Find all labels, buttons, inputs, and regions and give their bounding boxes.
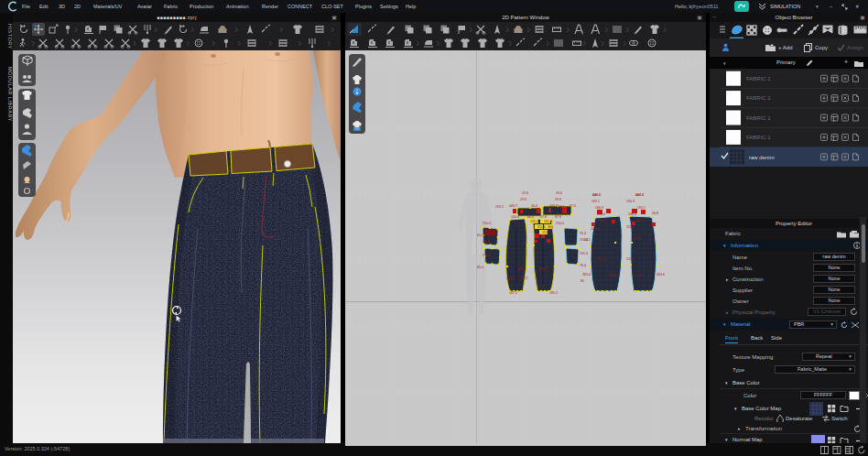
svg-text:FABRIC 1: FABRIC 1 <box>746 115 771 121</box>
svg-text:37.6: 37.6 <box>570 204 576 208</box>
svg-text:19.6: 19.6 <box>556 191 562 195</box>
svg-text:87.8: 87.8 <box>555 215 561 219</box>
svg-text:187.2: 187.2 <box>509 291 517 295</box>
svg-text:65.4: 65.4 <box>477 233 483 237</box>
svg-text:250.0: 250.0 <box>556 222 564 225</box>
svg-text:FABRIC 1: FABRIC 1 <box>746 95 771 101</box>
svg-text:463.6: 463.6 <box>656 273 665 277</box>
svg-text:250.0: 250.0 <box>483 222 491 225</box>
svg-text:192.2: 192.2 <box>495 205 504 209</box>
svg-text:100.3: 100.3 <box>511 215 519 219</box>
svg-text:185.2: 185.2 <box>549 291 558 295</box>
svg-text:192.1: 192.1 <box>637 206 646 210</box>
svg-text:76.4: 76.4 <box>580 232 586 235</box>
svg-text:36.4: 36.4 <box>635 219 642 223</box>
svg-text:19.6: 19.6 <box>520 198 526 201</box>
svg-text:FABRIC 1: FABRIC 1 <box>746 135 771 140</box>
svg-text:446.0: 446.0 <box>635 193 644 197</box>
svg-text:136.4: 136.4 <box>597 219 605 223</box>
svg-text:44.1: 44.1 <box>584 238 591 242</box>
svg-text:446.0: 446.0 <box>592 193 601 197</box>
svg-text:102.3: 102.3 <box>591 227 599 231</box>
svg-text:443.7: 443.7 <box>509 204 517 208</box>
svg-text:raw denim: raw denim <box>749 155 775 160</box>
svg-text:360: 360 <box>548 225 553 229</box>
svg-text:19.6: 19.6 <box>555 198 561 201</box>
svg-text:191.3: 191.3 <box>544 220 552 223</box>
svg-text:250.0: 250.0 <box>483 254 491 257</box>
svg-text:190.3: 190.3 <box>626 200 635 203</box>
svg-text:76.4: 76.4 <box>580 264 586 267</box>
svg-text:97.8: 97.8 <box>540 215 547 219</box>
svg-text:311.6: 311.6 <box>537 225 546 229</box>
svg-text:153.2: 153.2 <box>506 277 515 280</box>
svg-text:152.0: 152.0 <box>597 257 605 261</box>
svg-text:462.8: 462.8 <box>608 274 616 277</box>
svg-text:113.7: 113.7 <box>542 231 550 234</box>
svg-text:19.6: 19.6 <box>522 191 528 195</box>
svg-text:192.1: 192.1 <box>591 200 600 203</box>
svg-text:152.0: 152.0 <box>626 257 635 261</box>
svg-text:37.8: 37.8 <box>483 240 489 244</box>
svg-text:465.0: 465.0 <box>538 267 547 271</box>
svg-text:465.0: 465.0 <box>517 267 526 271</box>
svg-text:84.4: 84.4 <box>527 215 534 219</box>
svg-text:191.3: 191.3 <box>530 220 538 223</box>
svg-text:363.4: 363.4 <box>582 273 591 277</box>
svg-text:166.9: 166.9 <box>595 206 603 210</box>
svg-text:85.4: 85.4 <box>477 266 483 269</box>
svg-text:111.1: 111.1 <box>626 225 634 229</box>
svg-text:111.2: 111.2 <box>520 277 527 280</box>
svg-text:52.1: 52.1 <box>634 236 640 240</box>
svg-text:417.2: 417.2 <box>634 274 642 277</box>
svg-text:191.3: 191.3 <box>580 252 588 255</box>
svg-text:34.0: 34.0 <box>531 204 537 208</box>
svg-text:FABRIC 1: FABRIC 1 <box>746 76 771 81</box>
svg-text:26.8: 26.8 <box>652 212 658 215</box>
svg-text:85: 85 <box>580 279 584 283</box>
